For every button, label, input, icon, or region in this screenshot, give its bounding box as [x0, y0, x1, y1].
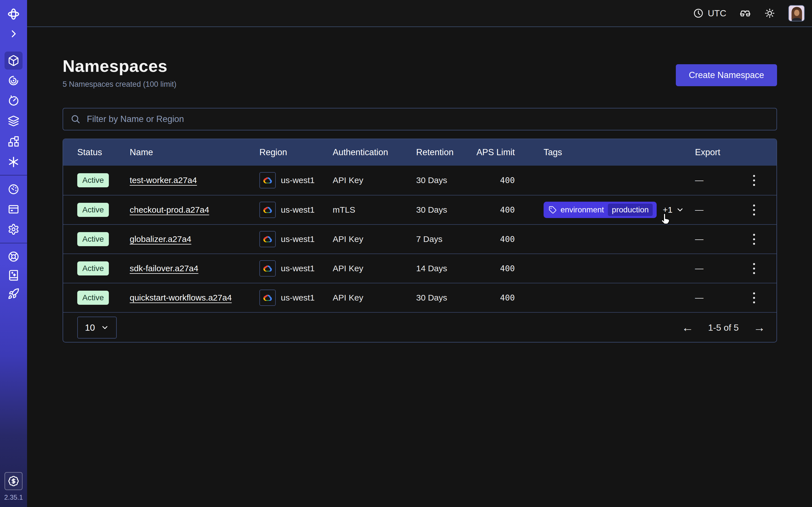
export-cell: — [695, 264, 743, 273]
aps-limit-cell: 400 [475, 175, 515, 185]
actions-cell [743, 260, 765, 277]
timezone-button[interactable]: UTC [693, 8, 726, 18]
page-range-label: 1-5 of 5 [708, 323, 739, 333]
sidebar-item-getting-started[interactable] [4, 285, 22, 303]
region-cell: us-west1 [259, 260, 333, 277]
name-cell: test-worker.a27a4 [130, 175, 259, 185]
region-cell: us-west1 [259, 290, 333, 306]
namespace-link[interactable]: checkout-prod.a27a4 [130, 205, 209, 215]
sidebar-item-layers[interactable] [4, 112, 22, 130]
gcp-icon [259, 172, 276, 188]
temporal-logo-icon[interactable] [4, 5, 22, 23]
create-namespace-button[interactable]: Create Namespace [676, 64, 777, 86]
namespace-link[interactable]: globalizer.a27a4 [130, 234, 192, 244]
namespace-link[interactable]: test-worker.a27a4 [130, 175, 197, 185]
sidebar-item-timer[interactable] [4, 92, 22, 110]
retention-cell: 7 Days [416, 234, 475, 244]
gcp-icon [259, 290, 276, 306]
gear-icon [8, 223, 19, 235]
namespace-link[interactable]: sdk-failover.a27a4 [130, 264, 199, 273]
col-name: Name [130, 147, 259, 158]
sidebar: 2.35.1 [0, 0, 27, 507]
next-page-button[interactable]: → [753, 322, 765, 334]
aps-limit-cell: 400 [475, 293, 515, 302]
status-cell: Active [77, 203, 130, 217]
row-menu-button[interactable] [750, 260, 758, 277]
table-row: Active checkout-prod.a27a4 us-west1 [63, 195, 776, 224]
sidebar-item-namespaces[interactable] [4, 52, 22, 69]
region-label: us-west1 [281, 175, 315, 185]
export-cell: — [695, 293, 743, 302]
export-cell: — [695, 234, 743, 244]
labs-toggle-button[interactable] [739, 7, 751, 19]
status-cell: Active [77, 173, 130, 187]
plan-usage-button[interactable] [4, 472, 22, 490]
table-row: Active sdk-failover.a27a4 us-west1 [63, 253, 776, 283]
status-cell: Active [77, 262, 130, 276]
region-label: us-west1 [281, 205, 315, 215]
page-size-select[interactable]: 10 [77, 317, 117, 339]
status-badge: Active [77, 232, 109, 246]
row-menu-button[interactable] [750, 231, 758, 247]
retention-cell: 30 Days [416, 293, 475, 302]
filter-input[interactable] [63, 108, 777, 130]
auth-cell: API Key [333, 175, 416, 185]
retention-cell: 14 Days [416, 264, 475, 273]
status-badge: Active [77, 291, 109, 305]
table-footer: 10 ← 1-5 of 5 → [63, 312, 776, 342]
table-row: Active test-worker.a27a4 us-west1 A [63, 166, 776, 195]
sidebar-item-nexus[interactable] [4, 153, 22, 171]
avatar-image [789, 6, 805, 21]
avatar[interactable] [788, 5, 805, 21]
timer-icon [8, 95, 19, 107]
chevron-down-icon [676, 206, 684, 214]
table-row: Active quickstart-workflows.a27a4 us-wes… [63, 283, 776, 312]
sidebar-item-spiral[interactable] [4, 71, 22, 90]
name-cell: globalizer.a27a4 [130, 234, 259, 244]
row-menu-button[interactable] [750, 290, 758, 306]
tags-more-count: +1 [663, 205, 672, 215]
auth-cell: API Key [333, 234, 416, 244]
actions-cell [743, 231, 765, 247]
table-header: Status Name Region Authentication Retent… [63, 139, 776, 166]
namespaces-table: Status Name Region Authentication Retent… [63, 138, 777, 342]
status-badge: Active [77, 203, 109, 217]
region-label: us-west1 [281, 234, 315, 244]
region-cell: us-west1 [259, 172, 333, 188]
status-badge: Active [77, 173, 109, 187]
col-export: Export [695, 147, 743, 158]
rocket-icon [8, 288, 19, 300]
gauge-icon [8, 183, 19, 195]
col-authentication: Authentication [333, 147, 416, 158]
row-menu-button[interactable] [750, 202, 758, 218]
spiral-icon [8, 75, 19, 87]
aps-limit-cell: 400 [475, 234, 515, 244]
actions-cell [743, 290, 765, 306]
page-size-value: 10 [85, 323, 95, 333]
version-label: 2.35.1 [0, 494, 27, 501]
sidebar-item-usage[interactable] [4, 180, 22, 198]
sidebar-item-billing[interactable] [4, 200, 22, 218]
sidebar-item-settings[interactable] [4, 220, 22, 238]
lifebuoy-icon [8, 251, 19, 263]
col-retention: Retention [416, 147, 475, 158]
prev-page-button[interactable]: ← [681, 322, 693, 334]
aps-limit-cell: 400 [475, 205, 515, 215]
tags-expand[interactable]: +1 [663, 205, 684, 215]
tag-pill[interactable]: environment production [544, 202, 657, 218]
namespace-link[interactable]: quickstart-workflows.a27a4 [130, 293, 232, 302]
auth-cell: API Key [333, 264, 416, 273]
collapse-chevron-icon[interactable] [4, 25, 22, 43]
gcp-icon [259, 260, 276, 277]
name-cell: checkout-prod.a27a4 [130, 205, 259, 215]
filter-search [63, 108, 777, 130]
sidebar-item-docs[interactable] [4, 266, 22, 284]
retention-cell: 30 Days [416, 205, 475, 215]
aps-limit-cell: 400 [475, 264, 515, 273]
export-cell: — [695, 205, 743, 215]
sidebar-item-workflow[interactable] [4, 132, 22, 151]
gcp-icon [259, 202, 276, 218]
theme-toggle-button[interactable] [764, 8, 775, 19]
row-menu-button[interactable] [750, 172, 758, 189]
sidebar-item-support[interactable] [4, 247, 22, 266]
